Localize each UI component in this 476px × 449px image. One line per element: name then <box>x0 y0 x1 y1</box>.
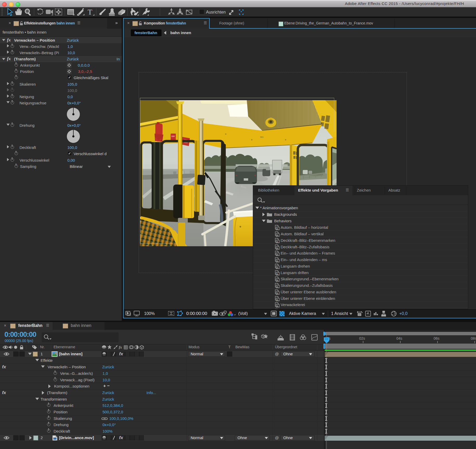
svg-text:fx: fx <box>276 279 279 282</box>
svg-text:fx: fx <box>276 298 279 301</box>
svg-text:Ausrichten: Ausrichten <box>206 10 226 14</box>
svg-text:fx: fx <box>276 260 279 262</box>
svg-text:fx: fx <box>276 234 279 237</box>
svg-text:561: 561 <box>260 136 264 138</box>
svg-text:fx: fx <box>276 240 279 243</box>
svg-text:fx: fx <box>276 305 279 307</box>
svg-text:T: T <box>88 8 92 16</box>
svg-text:fx: fx <box>276 247 279 249</box>
svg-text:110: 110 <box>171 135 175 137</box>
svg-text:fx: fx <box>276 266 279 269</box>
svg-text:fx: fx <box>276 273 279 275</box>
svg-text:fx: fx <box>276 292 279 294</box>
svg-text:fx: fx <box>119 345 122 349</box>
svg-text:fx: fx <box>276 227 279 230</box>
svg-text:fx: fx <box>276 253 279 256</box>
svg-text:fx: fx <box>276 286 279 288</box>
